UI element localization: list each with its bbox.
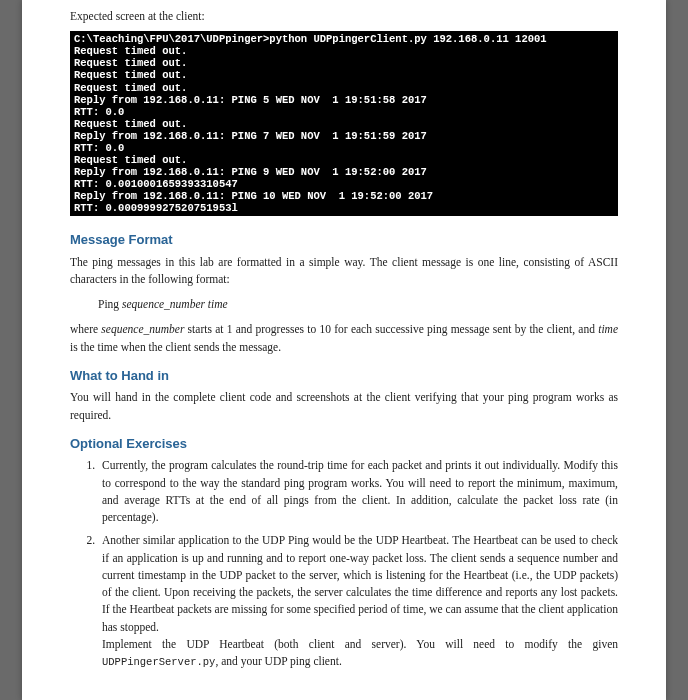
terminal-line: Reply from 192.168.0.11: PING 9 WED NOV … <box>74 166 427 178</box>
document-page: Expected screen at the client: C:\Teachi… <box>22 0 666 700</box>
terminal-line: Reply from 192.168.0.11: PING 10 WED NOV… <box>74 190 433 202</box>
terminal-line: RTT: 0.0 <box>74 142 124 154</box>
terminal-line: Request timed out. <box>74 69 187 81</box>
mf-p2-seq: sequence_number <box>101 323 184 335</box>
list-item: Currently, the program calculates the ro… <box>98 457 618 526</box>
terminal-line: Reply from 192.168.0.11: PING 5 WED NOV … <box>74 94 427 106</box>
message-format-p2: where sequence_number starts at 1 and pr… <box>70 321 618 356</box>
terminal-line: RTT: 0.0 <box>74 106 124 118</box>
hand-in-p1: You will hand in the complete client cod… <box>70 389 618 424</box>
list-item: Another similar application to the UDP P… <box>98 532 618 671</box>
ping-format-prefix: Ping <box>98 298 122 310</box>
terminal-line: RTT: 0.0010001659393310547 <box>74 178 238 190</box>
section-title-hand-in: What to Hand in <box>70 366 618 386</box>
mf-p2-a: where <box>70 323 101 335</box>
mf-p2-c: starts at 1 and progresses to 10 for eac… <box>184 323 598 335</box>
intro-text: Expected screen at the client: <box>70 8 618 25</box>
terminal-line: Request timed out. <box>74 82 187 94</box>
terminal-line: Request timed out. <box>74 154 187 166</box>
terminal-line: Request timed out. <box>74 57 187 69</box>
section-title-optional: Optional Exercises <box>70 434 618 454</box>
ping-format-line: Ping sequence_number time <box>98 296 618 313</box>
terminal-line: Reply from 192.168.0.11: PING 7 WED NOV … <box>74 130 427 142</box>
mf-p2-e: is the time when the client sends the me… <box>70 341 281 353</box>
terminal-line: Request timed out. <box>74 45 187 57</box>
opt2-b2: , and your UDP ping client. <box>215 655 341 667</box>
ping-format-italic: sequence_number time <box>122 298 228 310</box>
opt2-b1: Implement the UDP Heartbeat (both client… <box>102 638 618 650</box>
section-title-message-format: Message Format <box>70 230 618 250</box>
optional-exercises-list: Currently, the program calculates the ro… <box>98 457 618 671</box>
terminal-line: RTT: 0.000999927520751953l <box>74 202 238 214</box>
opt2-code: UDPPingerServer.py <box>102 656 215 668</box>
mf-p2-time: time <box>598 323 618 335</box>
opt2-a: Another similar application to the UDP P… <box>102 534 618 632</box>
terminal-output: C:\Teaching\FPU\2017\UDPpinger>python UD… <box>70 31 618 216</box>
terminal-line: Request timed out. <box>74 118 187 130</box>
message-format-p1: The ping messages in this lab are format… <box>70 254 618 289</box>
terminal-command: python UDPpingerClient.py 192.168.0.11 1… <box>269 33 546 45</box>
terminal-prompt: C:\Teaching\FPU\2017\UDPpinger> <box>74 33 269 45</box>
